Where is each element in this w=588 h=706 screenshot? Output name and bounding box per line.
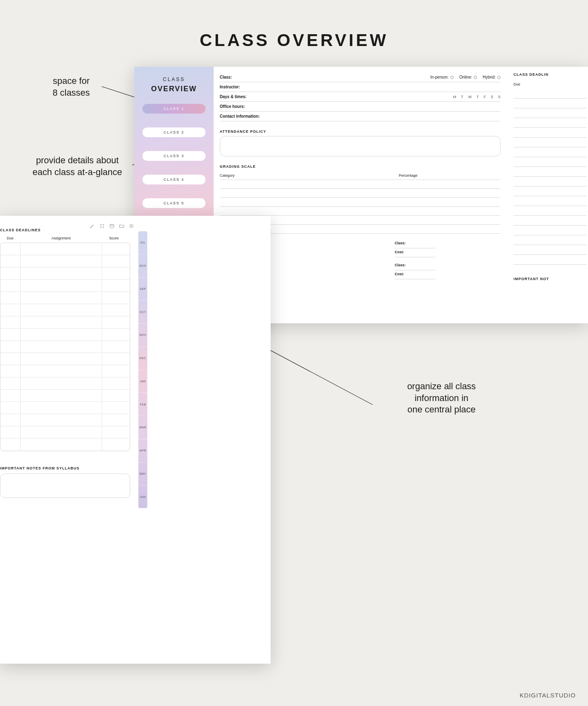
- annotation-classes: space for8 classes: [35, 75, 108, 99]
- class-tab-1[interactable]: CLASS 1: [142, 104, 205, 114]
- table-row: [0, 280, 130, 292]
- deadlines-table: [0, 243, 130, 451]
- field-office: Office hours:: [220, 104, 245, 109]
- svg-point-2: [101, 227, 101, 228]
- class-tab-5[interactable]: CLASS 5: [142, 198, 205, 208]
- month-tab[interactable]: AUG: [138, 254, 147, 278]
- dow: W: [468, 95, 472, 99]
- table-row: [0, 414, 130, 426]
- attendance-box[interactable]: [220, 136, 501, 156]
- table-row: [514, 226, 587, 235]
- table-row: [220, 180, 501, 189]
- month-tab[interactable]: DEC: [138, 347, 147, 370]
- table-row: [0, 292, 130, 304]
- table-row: [0, 402, 130, 414]
- deadlines-header-row: Due Assignment Score: [0, 236, 130, 240]
- month-tab[interactable]: MAY: [138, 463, 147, 486]
- month-tab[interactable]: FEB: [138, 393, 147, 416]
- month-tab[interactable]: OCT: [138, 300, 147, 324]
- table-row: [514, 196, 587, 206]
- col-assignment: Assignment: [20, 236, 102, 240]
- table-row: [514, 167, 587, 177]
- table-row: [514, 216, 587, 226]
- day-of-week-list: M T W T F S S: [453, 95, 501, 99]
- dow: S: [498, 95, 501, 99]
- table-row: [0, 243, 130, 255]
- table-row: [514, 177, 587, 186]
- table-row: [0, 341, 130, 353]
- format-online: Online:: [459, 75, 472, 79]
- grading-header: Category Percentage: [220, 171, 501, 180]
- dow: T: [461, 95, 463, 99]
- table-row: [514, 186, 587, 196]
- month-tab[interactable]: MAR: [138, 416, 147, 439]
- field-class: Class:: [220, 75, 232, 79]
- class-tab-2[interactable]: CLASS 2: [142, 127, 205, 137]
- svg-point-3: [103, 227, 104, 228]
- table-row: [0, 255, 130, 267]
- class-tab-3[interactable]: CLASS 3: [142, 151, 205, 161]
- table-row: [220, 189, 501, 198]
- dow: S: [491, 95, 493, 99]
- table-row: [514, 118, 587, 128]
- format-hybrid: Hybrid:: [483, 75, 496, 79]
- field-instructor: Instructor:: [220, 85, 240, 89]
- table-row: [0, 353, 130, 365]
- radio-icon[interactable]: [450, 76, 454, 79]
- deadlines-heading: CLASS DEADLIN: [514, 72, 587, 77]
- format-options: In-person: Online: Hybrid:: [431, 75, 501, 79]
- field-contact: Contact information:: [220, 114, 260, 118]
- table-row: [514, 157, 587, 167]
- radio-icon[interactable]: [497, 76, 501, 79]
- annotation-organize: organize all classinformation inone cent…: [387, 381, 496, 416]
- table-row: [0, 316, 130, 329]
- dow: F: [483, 95, 486, 99]
- svg-point-1: [103, 224, 104, 225]
- svg-rect-4: [110, 224, 114, 228]
- table-row: [0, 267, 130, 280]
- table-row: [0, 304, 130, 316]
- planner-preview-front: In-person: Online: Hybrid: M T W T F S S: [0, 216, 271, 664]
- watermark: KDIGITALSTUDIO: [520, 692, 576, 699]
- page-title: CLASS OVERVIEW: [0, 31, 588, 50]
- table-row: [514, 245, 587, 255]
- table-row: [0, 390, 130, 402]
- month-tab[interactable]: APR: [138, 439, 147, 463]
- table-row: [514, 108, 587, 118]
- notes-box[interactable]: [0, 474, 130, 498]
- mini-cost: Cost:: [395, 250, 435, 257]
- deadlines-panel: CLASS DEADLINES Due Assignment Score: [0, 228, 130, 451]
- col-due: Due: [514, 82, 587, 86]
- table-row: [514, 128, 587, 138]
- table-row: [0, 377, 130, 390]
- col-score: Score: [102, 236, 126, 240]
- table-row: [514, 99, 587, 108]
- svg-point-0: [101, 224, 101, 225]
- month-tab[interactable]: JUN: [138, 485, 147, 508]
- table-row: [514, 206, 587, 216]
- field-days: Days & times:: [220, 94, 247, 99]
- table-row: [514, 235, 587, 245]
- radio-icon[interactable]: [474, 76, 477, 79]
- month-tab[interactable]: NOV: [138, 324, 147, 347]
- table-row: [0, 439, 130, 451]
- month-tab[interactable]: JUL: [138, 231, 147, 254]
- sidebar-title: OVERVIEW: [140, 85, 208, 93]
- month-tabs: JUL AUG SEP OCT NOV DEC JAN FEB MAR APR …: [138, 231, 147, 508]
- table-row: [514, 89, 587, 99]
- month-tab[interactable]: SEP: [138, 278, 147, 301]
- table-row: [514, 138, 587, 147]
- deadlines-heading: CLASS DEADLINES: [0, 228, 130, 232]
- grading-heading: GRADING SCALE: [220, 164, 501, 169]
- format-inperson: In-person:: [431, 75, 449, 79]
- attendance-heading: ATTENDANCE POLICY: [220, 129, 501, 134]
- col-percentage: Percentage: [399, 173, 418, 178]
- col-due: Due: [0, 236, 20, 240]
- col-category: Category: [220, 173, 399, 178]
- table-row: [0, 365, 130, 377]
- important-notes-heading: IMPORTANT NOTES FROM SYLLABUS: [0, 466, 130, 470]
- deadlines-panel-cropped: CLASS DEADLIN Due IMPORTANT NOT: [514, 72, 587, 287]
- class-tab-4[interactable]: CLASS 4: [142, 175, 205, 184]
- month-tab[interactable]: JAN: [138, 370, 147, 393]
- dow: T: [477, 95, 479, 99]
